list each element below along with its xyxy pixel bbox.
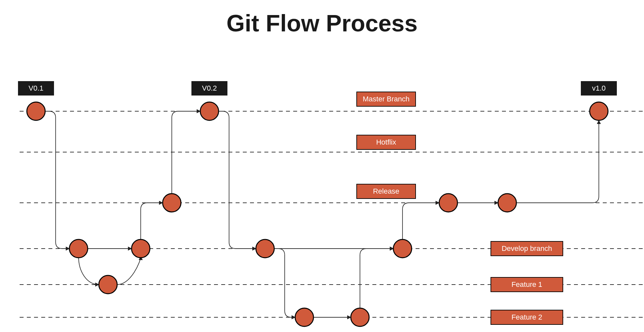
- commits-layer: [27, 102, 608, 326]
- connection: [402, 203, 439, 239]
- commit-node: [498, 194, 516, 212]
- connection: [141, 203, 163, 239]
- diagram-canvas: Git Flow Process Master BranchHotflixRel…: [0, 0, 644, 332]
- connection: [219, 111, 256, 249]
- feature2-label-text: Feature 2: [511, 313, 542, 321]
- connection: [516, 120, 599, 203]
- version-tag-v01-text: V0.1: [28, 84, 43, 92]
- commit-node: [256, 239, 274, 258]
- commit-node: [351, 308, 369, 326]
- connection: [274, 249, 295, 317]
- commit-node: [99, 275, 117, 294]
- commit-node: [69, 239, 88, 258]
- version-tag-v02-text: V0.2: [202, 84, 217, 92]
- labels-layer: Master BranchHotflixReleaseDevelop branc…: [357, 92, 563, 324]
- gitflow-svg: Master BranchHotflixReleaseDevelop branc…: [0, 0, 644, 332]
- commit-node: [590, 102, 608, 120]
- commit-node: [393, 239, 412, 258]
- connection: [360, 249, 393, 308]
- commit-node: [27, 102, 45, 120]
- hotfix-label-text: Hotflix: [376, 138, 396, 146]
- version-tag-v10-text: v1.0: [592, 84, 606, 92]
- master-label-text: Master Branch: [363, 95, 409, 103]
- release-label-text: Release: [373, 187, 400, 195]
- connection: [45, 111, 69, 249]
- connection: [117, 256, 141, 285]
- connection: [79, 256, 99, 285]
- commit-node: [200, 102, 219, 120]
- develop-label-text: Develop branch: [502, 244, 552, 253]
- feature1-label-text: Feature 1: [511, 280, 542, 288]
- commit-node: [295, 308, 313, 326]
- versions-layer: V0.1V0.2v1.0: [18, 81, 617, 96]
- commit-node: [439, 194, 457, 212]
- commit-node: [132, 239, 150, 258]
- commit-node: [163, 194, 181, 212]
